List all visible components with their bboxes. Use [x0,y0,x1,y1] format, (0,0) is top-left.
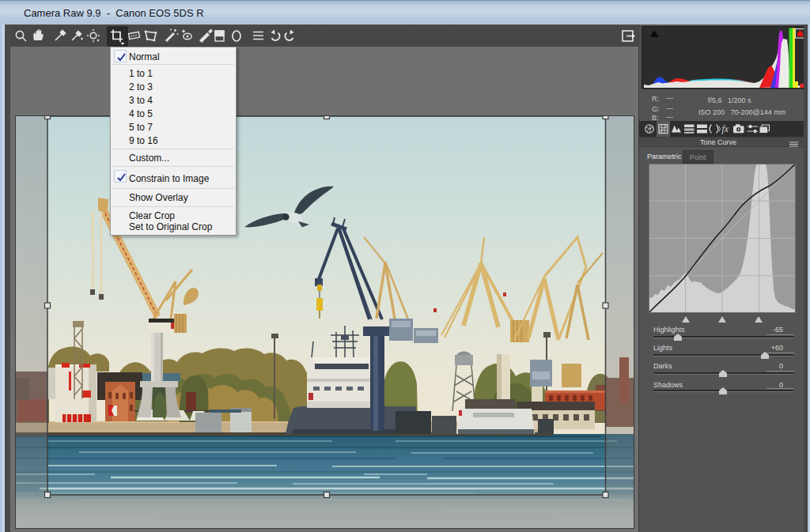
svg-text:fx: fx [722,124,729,134]
